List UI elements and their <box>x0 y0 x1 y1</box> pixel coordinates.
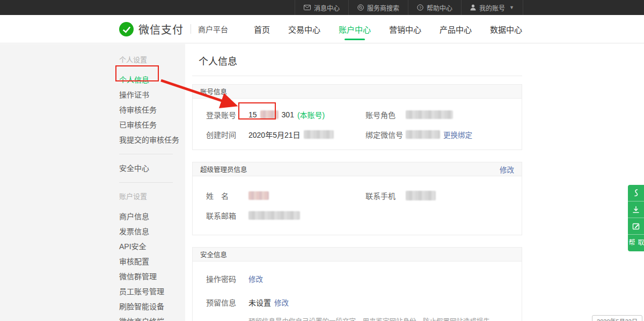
main-nav: 首页 交易中心 账户中心 营销中心 产品中心 数据中心 <box>237 15 523 43</box>
contact-email-label: 联系邮箱 <box>206 210 248 221</box>
account-info-card-header: 账号信息 <box>193 85 522 99</box>
brand-name: 微信支付 <box>138 21 184 37</box>
topbar-my-account[interactable]: 我的账号 ▼ <box>461 0 523 15</box>
brand-divider <box>191 24 191 34</box>
super-admin-card-header: 超级管理员信息 修改 <box>193 162 522 176</box>
redacted-created-time <box>304 130 334 139</box>
nav-product-center[interactable]: 产品中心 <box>438 15 473 43</box>
security-info-card-header: 安全信息 <box>193 248 522 262</box>
password-modify-link[interactable]: 修改 <box>248 273 263 284</box>
created-time-label: 创建时间 <box>206 129 248 140</box>
sidebar-item-wechat-group-management[interactable]: 微信群管理 <box>119 269 185 284</box>
nav-account-center[interactable]: 账户中心 <box>338 15 372 43</box>
created-time-value: 2020年5月21日 <box>248 129 301 140</box>
rebind-link[interactable]: 更换绑定 <box>443 129 472 140</box>
security-row-password: 操作密码 修改 <box>206 273 522 284</box>
bound-wechat-label: 绑定微信号 <box>365 129 406 140</box>
wechat-pay-logo-icon <box>119 22 134 36</box>
redacted-contact-phone <box>406 191 436 200</box>
sidebar-item-my-submitted-tasks[interactable]: 我提交的审核任务 <box>119 132 185 147</box>
account-info-card-title: 账号信息 <box>200 86 227 96</box>
brand-subtitle: 商户平台 <box>198 24 228 34</box>
security-row-reserved: 预留信息 未设置 修改 <box>206 297 522 308</box>
nav-marketing-center[interactable]: 营销中心 <box>388 15 422 43</box>
sidebar-divider <box>119 182 173 183</box>
reserved-modify-link[interactable]: 修改 <box>274 297 289 308</box>
sidebar-item-merchant-info[interactable]: 商户信息 <box>119 209 185 224</box>
title-rule <box>192 76 522 76</box>
login-account-prefix: 15 <box>248 110 257 119</box>
sidebar-item-wechat-merchant-terminal[interactable]: 微信商户终端 <box>119 314 185 321</box>
sidebar-item-api-security[interactable]: API安全 <box>119 239 185 254</box>
redacted-bound-wechat <box>406 130 440 139</box>
sidebar-item-operation-certificate[interactable]: 操作证书 <box>119 87 185 102</box>
floating-toolbar: 获取帮助 <box>628 185 644 251</box>
topbar-provider-search[interactable]: 服务商搜索 <box>348 0 408 15</box>
topbar-item-label: 消息中心 <box>314 3 340 12</box>
current-account-tag: (本账号) <box>297 109 325 120</box>
security-info-card: 安全信息 操作密码 修改 预留信息 未设置 <box>192 247 522 321</box>
login-account-label: 登录账号 <box>206 109 248 120</box>
admin-row-1: 姓 名 联系手机 <box>206 190 522 201</box>
login-account-suffix: 301 <box>282 110 294 119</box>
download-icon <box>632 206 640 213</box>
sidebar-item-review-config[interactable]: 审核配置 <box>119 254 185 269</box>
main-content: 个人信息 账号信息 登录账号 15301 (本账号) <box>185 44 644 321</box>
hotline-button[interactable] <box>628 185 644 201</box>
sidebar: 个人设置 个人信息 操作证书 待审核任务 已审核任务 我提交的审核任务 安全中心… <box>0 44 185 321</box>
edit-icon <box>632 222 640 230</box>
sidebar-item-face-payment-devices[interactable]: 刷脸智能设备 <box>119 299 185 314</box>
admin-edit-link[interactable]: 修改 <box>500 164 514 175</box>
mail-icon <box>304 5 311 10</box>
operation-password-label: 操作密码 <box>206 273 248 284</box>
reserved-info-help-text: 预留信息是由你自己设置的一段文字，用来鉴定网站身份，防止假冒网站造成损失。 配置… <box>248 317 522 321</box>
sidebar-divider <box>119 154 173 154</box>
sidebar-item-security-center[interactable]: 安全中心 <box>119 161 185 176</box>
nav-data-center[interactable]: 数据中心 <box>489 15 523 43</box>
account-row-1: 登录账号 15301 (本账号) 账号角色 <box>206 109 522 120</box>
sidebar-item-staff-account-management[interactable]: 员工账号管理 <box>119 284 185 299</box>
help-icon: ? <box>417 4 423 11</box>
page-title: 个人信息 <box>199 54 522 68</box>
sidebar-section-account-settings: 账户设置 <box>119 189 185 204</box>
svg-text:?: ? <box>419 5 421 10</box>
sidebar-item-pending-review-tasks[interactable]: 待审核任务 <box>119 102 185 117</box>
redacted-contact-email <box>248 211 300 220</box>
nav-transaction-center[interactable]: 交易中心 <box>287 15 321 43</box>
redacted-account-role <box>406 110 453 119</box>
topbar: 消息中心 服务商搜索 ? 帮助中心 我的账号 ▼ <box>0 0 644 15</box>
redacted-admin-name <box>248 191 269 200</box>
account-row-2: 创建时间 2020年5月21日 绑定微信号 更换绑定 <box>206 129 522 140</box>
feedback-button[interactable] <box>628 218 644 235</box>
admin-row-2: 联系邮箱 <box>206 210 522 221</box>
reserved-info-label: 预留信息 <box>206 297 248 308</box>
search-icon <box>357 4 364 11</box>
topbar-help-center[interactable]: ? 帮助中心 <box>408 0 461 15</box>
chevron-down-icon: ▼ <box>509 5 514 10</box>
sidebar-item-reviewed-tasks[interactable]: 已审核任务 <box>119 117 185 132</box>
user-icon <box>470 4 476 11</box>
topbar-item-label: 帮助中心 <box>427 3 452 12</box>
help-line: 预留信息是由你自己设置的一段文字，用来鉴定网站身份，防止假冒网站造成损失。 <box>248 317 522 321</box>
account-role-label: 账号角色 <box>365 109 406 120</box>
download-button[interactable] <box>628 201 644 218</box>
date-tooltip: 2020年5月22日 <box>592 315 642 321</box>
contact-phone-label: 联系手机 <box>365 190 406 201</box>
sidebar-item-personal-info[interactable]: 个人信息 <box>119 72 185 87</box>
reserved-info-status: 未设置 <box>248 297 271 308</box>
topbar-item-label: 服务商搜索 <box>367 3 399 12</box>
redacted-login-account <box>260 110 279 119</box>
get-help-button[interactable]: 获取帮助 <box>628 235 644 251</box>
nav-home[interactable]: 首页 <box>253 15 271 43</box>
security-info-card-title: 安全信息 <box>200 249 227 259</box>
page-body: 个人设置 个人信息 操作证书 待审核任务 已审核任务 我提交的审核任务 安全中心… <box>0 44 644 321</box>
sidebar-item-invoice-info[interactable]: 发票信息 <box>119 224 185 239</box>
hotline-icon <box>632 189 640 197</box>
topbar-item-label: 我的账号 <box>479 3 505 12</box>
header: 微信支付 商户平台 首页 交易中心 账户中心 营销中心 产品中心 数据中心 <box>0 15 644 43</box>
account-info-card: 账号信息 登录账号 15301 (本账号) 账号角色 <box>192 84 522 150</box>
admin-name-label: 姓 名 <box>206 190 248 201</box>
topbar-message-center[interactable]: 消息中心 <box>295 0 348 15</box>
brand: 微信支付 商户平台 <box>119 21 228 37</box>
super-admin-card: 超级管理员信息 修改 姓 名 联系手机 <box>192 162 522 235</box>
